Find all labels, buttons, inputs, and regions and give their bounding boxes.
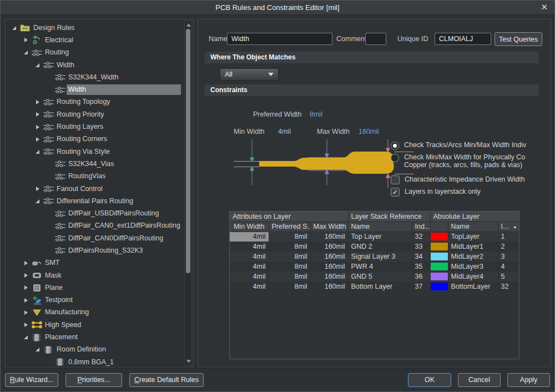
table-column-header[interactable]: Max Width (310, 222, 348, 232)
table-cell[interactable]: MidLayer3 (448, 262, 498, 272)
checkbox-option-layers-in-layerstack-only[interactable]: ✓Layers in layerstack only (391, 188, 549, 197)
tree-item-width[interactable]: Width (6, 83, 193, 96)
table-cell[interactable]: 37 (412, 282, 430, 292)
table-cell[interactable]: Signal Layer 3 (348, 252, 412, 262)
expand-arrow-icon[interactable] (33, 100, 42, 104)
expand-arrow-icon[interactable] (22, 298, 30, 303)
tree-item-mask[interactable]: Mask (6, 269, 193, 282)
expand-arrow-icon[interactable] (22, 310, 30, 315)
table-cell[interactable]: 8mil (269, 252, 310, 262)
radio-icon[interactable] (391, 154, 399, 162)
priorities-button[interactable]: Priorities... (65, 373, 122, 387)
table-column-header[interactable]: Name (448, 222, 498, 232)
collapse-arrow-icon[interactable] (33, 348, 42, 351)
tree-item-high-speed[interactable]: High Speed (6, 319, 193, 331)
tree-item-0-8mm-bga-1[interactable]: 0.8mm BGA_1 (6, 356, 193, 368)
table-cell[interactable]: 4mil (230, 232, 269, 242)
tree-scrollbar[interactable] (184, 21, 192, 366)
table-cell[interactable]: 8mil (269, 272, 310, 282)
table-cell[interactable]: 4mil (230, 272, 269, 282)
table-cell[interactable]: 34 (412, 252, 430, 262)
tree-item-electrical[interactable]: Electrical (6, 34, 193, 46)
checkbox-option-characteristic-impedance-drive[interactable]: Characteristic Impedance Driven Width (391, 175, 549, 184)
table-column-header[interactable]: Min Width (230, 222, 269, 232)
layer-color-cell[interactable] (430, 252, 448, 262)
close-icon[interactable]: ✕ (541, 2, 548, 12)
tree-item-routing-layers[interactable]: Routing Layers (6, 120, 193, 133)
table-cell[interactable]: 35 (412, 262, 430, 272)
test-queries-button[interactable]: Test Queries (495, 32, 542, 46)
table-cell[interactable]: 4mil (230, 282, 269, 292)
table-cell[interactable]: GND 2 (348, 242, 412, 252)
table-cell[interactable]: MidLayer1 (448, 242, 498, 252)
table-cell[interactable]: 160mil (310, 232, 348, 242)
preferred-width-value[interactable]: 8mil (310, 110, 322, 118)
table-cell[interactable]: 4mil (230, 242, 269, 252)
table-cell[interactable]: 160mil (310, 252, 348, 262)
radio-selected-icon[interactable] (391, 142, 399, 150)
apply-button[interactable]: Apply (507, 373, 550, 387)
tree-item-diffpair-usbdiffpairsrouting[interactable]: DiffPair_USBDiffPairsRouting (6, 207, 193, 219)
tree-item-manufacturing[interactable]: Manufacturing (6, 306, 193, 319)
table-row[interactable]: 4mil8mil160milPWR 435MidLayer34 (230, 262, 519, 272)
collapse-arrow-icon[interactable] (22, 51, 30, 54)
expand-arrow-icon[interactable] (22, 323, 30, 327)
table-row[interactable]: 4mil8mil160milSignal Layer 334MidLayer23 (230, 252, 519, 262)
table-cell[interactable]: Top Layer (348, 232, 412, 242)
table-cell[interactable]: 8mil (269, 232, 310, 242)
scroll-down-icon[interactable] (186, 360, 191, 363)
comment-input[interactable] (365, 33, 386, 45)
table-column-header[interactable] (430, 222, 448, 232)
max-width-value[interactable]: 160mil (359, 128, 379, 135)
table-cell[interactable]: 36 (412, 272, 430, 282)
table-cell[interactable]: GND 5 (348, 272, 412, 282)
table-cell[interactable]: 32 (498, 282, 519, 292)
layer-color-cell[interactable] (430, 262, 448, 272)
tree-item-testpoint[interactable]: Testpoint (6, 294, 193, 306)
table-cell[interactable]: 33 (412, 242, 430, 252)
table-column-header[interactable]: Preferred S... (269, 222, 310, 232)
table-cell[interactable]: PWR 4 (348, 262, 412, 272)
tree-item-s32k344-width[interactable]: S32K344_Width (6, 71, 193, 83)
expand-arrow-icon[interactable] (22, 285, 30, 290)
table-column-header[interactable]: Name (348, 222, 412, 232)
tree-item-width[interactable]: Width (6, 59, 193, 71)
table-cell[interactable]: 8mil (269, 242, 310, 252)
tree-item-smt[interactable]: SMT (6, 257, 193, 269)
table-column-header[interactable]: I...▲ (498, 222, 519, 232)
table-cell[interactable]: 160mil (310, 272, 348, 282)
tree-item-differential-pairs-routing[interactable]: Differential Pairs Routing (6, 195, 193, 207)
table-cell[interactable]: BottomLayer (448, 282, 498, 292)
table-row[interactable]: 4mil8mil160milTop Layer32TopLayer1 (230, 232, 519, 242)
table-cell[interactable]: 4mil (230, 262, 269, 272)
table-cell[interactable]: 32 (412, 232, 430, 242)
tree-item-routing-priority[interactable]: Routing Priority (6, 108, 193, 120)
table-cell[interactable]: 160mil (310, 282, 348, 292)
expand-arrow-icon[interactable] (33, 187, 42, 191)
tree-item-diffpairsrouting-s32k3[interactable]: DiffPairsRouting_S32K3 (6, 244, 193, 257)
radio-option-check-min-max-width-for-physic[interactable]: Check Min/Max Width for Physically CoCop… (391, 153, 549, 169)
expand-arrow-icon[interactable] (33, 112, 42, 117)
expand-arrow-icon[interactable] (33, 125, 42, 129)
tree-item-room-definition[interactable]: Room Definition (6, 344, 193, 356)
tree-item-routing[interactable]: Routing (6, 47, 193, 59)
expand-arrow-icon[interactable] (22, 38, 30, 42)
tree-item-routing-corners[interactable]: Routing Corners (6, 133, 193, 145)
table-cell[interactable]: 160mil (310, 242, 348, 252)
layer-color-cell[interactable] (430, 232, 448, 242)
collapse-arrow-icon[interactable] (22, 335, 30, 339)
expand-arrow-icon[interactable] (22, 273, 30, 278)
radio-option-check-tracks-arcs-min-max-widt[interactable]: Check Tracks/Arcs Min/Max Width Indiv (391, 141, 549, 150)
table-cell[interactable]: 3 (498, 252, 519, 262)
tree-item-design-rules[interactable]: Design Rules (6, 22, 193, 34)
create-default-rules-button[interactable]: Create Default Rules (129, 373, 204, 387)
min-width-value[interactable]: 4mil (278, 128, 291, 135)
collapse-arrow-icon[interactable] (33, 199, 42, 203)
name-input[interactable] (227, 33, 332, 45)
table-cell[interactable]: TopLayer (448, 232, 498, 242)
layer-color-cell[interactable] (430, 282, 448, 292)
expand-arrow-icon[interactable] (33, 137, 42, 142)
collapse-arrow-icon[interactable] (33, 150, 42, 154)
tree-item-routingvias[interactable]: RoutingVias (6, 170, 193, 183)
table-cell[interactable]: 8mil (269, 262, 310, 272)
